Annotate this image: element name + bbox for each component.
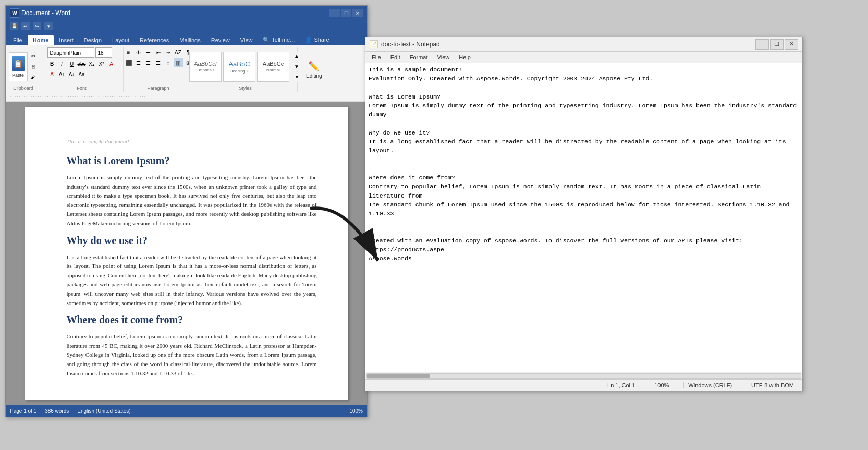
- notepad-statusbar: Ln 1, Col 1 100% Windows (CRLF) UTF-8 wi…: [365, 379, 802, 391]
- qat-redo-icon[interactable]: ↪: [33, 22, 41, 30]
- cut-button[interactable]: ✂: [29, 52, 38, 61]
- notepad-minimize-button[interactable]: —: [755, 39, 769, 50]
- tab-view[interactable]: View: [235, 35, 258, 45]
- menu-file[interactable]: File: [368, 53, 385, 62]
- word-titlebar: W Document - Word — ☐ ✕: [6, 6, 367, 20]
- status-zoom: 100%: [349, 408, 363, 414]
- fontcolor-button[interactable]: A: [47, 69, 57, 79]
- paragraph-group: ≡ ① ☰ ⇤ ⇥ AZ ¶ ⬛ ☰ ☰ ☰ ↕ ▥: [125, 47, 192, 92]
- doc-heading-1: What is Lorem Ipsum?: [67, 155, 317, 167]
- indent-increase-button[interactable]: ⇥: [164, 47, 173, 57]
- menu-format[interactable]: Format: [406, 53, 432, 62]
- paste-icon: 📋: [12, 56, 25, 71]
- multilevel-list-button[interactable]: ☰: [144, 47, 153, 57]
- styles-content: AaBbCcI Emphasis AaBbC Heading 1 AaBbCc …: [189, 47, 301, 86]
- highlight-button[interactable]: A: [107, 59, 116, 68]
- notepad-close-button[interactable]: ✕: [785, 39, 798, 50]
- indent-decrease-button[interactable]: ⇤: [154, 47, 163, 57]
- subscript-button[interactable]: X₂: [87, 59, 96, 68]
- word-title-text: Document - Word: [21, 9, 70, 17]
- bullet-list-button[interactable]: ≡: [124, 47, 133, 57]
- tab-mailings[interactable]: Mailings: [174, 35, 205, 45]
- style-emphasis[interactable]: AaBbCcI Emphasis: [189, 52, 222, 82]
- word-maximize-button[interactable]: ☐: [341, 9, 351, 17]
- sort-button[interactable]: AZ: [174, 47, 183, 57]
- arrow-container: [295, 198, 399, 282]
- clipboard-content: 📋 Paste ✂ ⎘ 🖌: [9, 47, 38, 86]
- tab-references[interactable]: References: [135, 35, 174, 45]
- tab-design[interactable]: Design: [79, 35, 107, 45]
- font-label: Font: [77, 86, 86, 92]
- conversion-arrow: [295, 198, 399, 282]
- para-row2: ⬛ ☰ ☰ ☰ ↕ ▥ ⊞: [124, 58, 193, 67]
- qat-save-icon[interactable]: 💾: [10, 22, 18, 30]
- qat-undo-icon[interactable]: ↩: [21, 22, 30, 30]
- clear-format-button[interactable]: Aa: [77, 69, 87, 79]
- font-content: DauphinPlain 18 B I U abc X₂ X² A A: [47, 47, 116, 86]
- tab-tellme[interactable]: 🔍 Tell me...: [258, 34, 300, 45]
- align-left-button[interactable]: ⬛: [124, 58, 133, 67]
- np-status-position: Ln 1, Col 1: [603, 382, 639, 388]
- menu-edit[interactable]: Edit: [386, 53, 405, 62]
- status-language: English (United States): [77, 408, 130, 414]
- tab-share[interactable]: 👤 Share: [300, 34, 334, 45]
- style-emphasis-preview: AaBbCcI: [194, 60, 216, 67]
- notepad-title-left: 📄 doc-to-text - Notepad: [370, 40, 440, 48]
- word-minimize-button[interactable]: —: [329, 9, 340, 17]
- status-words: 386 words: [45, 408, 69, 414]
- align-center-button[interactable]: ☰: [134, 58, 143, 67]
- superscript-button[interactable]: X²: [97, 59, 106, 68]
- tab-insert[interactable]: Insert: [54, 35, 79, 45]
- numbered-list-button[interactable]: ①: [134, 47, 143, 57]
- style-heading1-preview: AaBbC: [228, 60, 250, 68]
- style-heading1-name: Heading 1: [230, 69, 249, 74]
- ruler-text: · · · · · · · · · · · · · · · · · · · · …: [10, 94, 145, 99]
- font-row1: DauphinPlain 18: [47, 47, 112, 58]
- para-row1: ≡ ① ☰ ⇤ ⇥ AZ ¶: [124, 47, 193, 57]
- notepad-controls: — ☐ ✕: [755, 39, 798, 50]
- fontsize-shrink-button[interactable]: A↓: [67, 69, 77, 79]
- align-right-button[interactable]: ☰: [144, 58, 153, 67]
- font-size-selector[interactable]: 18: [95, 47, 112, 58]
- tab-file[interactable]: File: [8, 35, 28, 45]
- np-status-lineending: Windows (CRLF): [683, 382, 736, 388]
- notepad-titlebar: 📄 doc-to-text - Notepad — ☐ ✕: [365, 37, 802, 52]
- hscroll-thumb[interactable]: [367, 374, 430, 378]
- word-close-button[interactable]: ✕: [352, 9, 363, 17]
- hscroll-track[interactable]: [366, 373, 801, 379]
- notepad-window: 📄 doc-to-text - Notepad — ☐ ✕ File Edit …: [365, 37, 803, 391]
- menu-view[interactable]: View: [433, 53, 454, 62]
- tab-layout[interactable]: Layout: [107, 35, 135, 45]
- notepad-content[interactable]: This is a sample document! Evaluation On…: [365, 63, 802, 372]
- shading-button[interactable]: ▥: [174, 58, 183, 67]
- word-ribbon-tabs: File Home Insert Design Layout Reference…: [6, 32, 367, 45]
- np-status-encoding: UTF-8 with BOM: [747, 382, 798, 388]
- line-spacing-button[interactable]: ↕: [164, 58, 173, 67]
- strikethrough-button[interactable]: abc: [77, 59, 87, 68]
- justify-button[interactable]: ☰: [154, 58, 163, 67]
- underline-button[interactable]: U: [67, 59, 77, 68]
- style-heading1[interactable]: AaBbC Heading 1: [223, 52, 255, 82]
- doc-para-2: It is a long established fact that a rea…: [67, 253, 317, 308]
- font-name-selector[interactable]: DauphinPlain: [47, 47, 94, 58]
- tab-review[interactable]: Review: [206, 35, 235, 45]
- main-container: W Document - Word — ☐ ✕ 💾 ↩ ↪ ▾ File Hom…: [0, 0, 868, 450]
- copy-button[interactable]: ⎘: [29, 62, 38, 71]
- clipboard-label: Clipboard: [13, 86, 33, 92]
- italic-button[interactable]: I: [57, 59, 67, 68]
- tab-home[interactable]: Home: [28, 35, 54, 45]
- notepad-title-text: doc-to-text - Notepad: [381, 41, 440, 48]
- format-painter-button[interactable]: 🖌: [29, 72, 38, 82]
- paste-button[interactable]: 📋 Paste: [9, 52, 28, 81]
- notepad-maximize-button[interactable]: ☐: [770, 39, 784, 50]
- word-ribbon: 📋 Paste ✂ ⎘ 🖌 Clipboard DauphinPlain: [6, 45, 367, 92]
- font-row3: A A↑ A↓ Aa: [47, 69, 87, 79]
- paragraph-content: ≡ ① ☰ ⇤ ⇥ AZ ¶ ⬛ ☰ ☰ ☰ ↕ ▥: [124, 47, 193, 86]
- menu-help[interactable]: Help: [455, 53, 475, 62]
- fontsize-grow-button[interactable]: A↑: [57, 69, 67, 79]
- clipboard-group: 📋 Paste ✂ ⎘ 🖌 Clipboard: [8, 47, 39, 92]
- style-normal[interactable]: AaBbCc Normal: [257, 52, 289, 82]
- qat-more-icon[interactable]: ▾: [44, 22, 53, 30]
- bold-button[interactable]: B: [47, 59, 57, 68]
- style-normal-name: Normal: [266, 68, 280, 72]
